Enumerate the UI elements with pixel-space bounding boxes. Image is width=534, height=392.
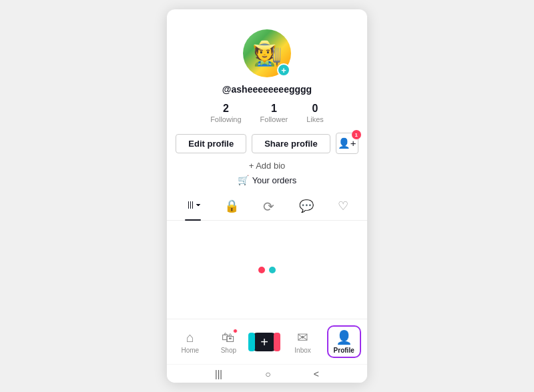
loading-dot-teal <box>269 267 276 273</box>
heart-icon: ♡ <box>338 199 348 213</box>
profile-nav-highlight: 👤 Profile <box>327 325 361 358</box>
likes-label: Likes <box>306 115 324 123</box>
videos-icon: ⫼▾ <box>186 199 200 211</box>
inbox-label: Inbox <box>294 347 310 354</box>
tab-tagged[interactable]: 💬 <box>292 193 320 220</box>
follow-icon: 👤+ <box>338 137 356 149</box>
profile-section: 🧑‍🌾 + @asheeeeeeeegggg 2 Following 1 Fol… <box>167 9 367 319</box>
loading-dot-red <box>258 267 265 273</box>
phone-frame: 🧑‍🌾 + @asheeeeeeeegggg 2 Following 1 Fol… <box>167 9 367 383</box>
likes-stat[interactable]: 0 Likes <box>306 103 324 123</box>
follower-label: Follower <box>260 115 288 123</box>
avatar-emoji: 🧑‍🌾 <box>252 41 282 65</box>
bottom-navigation: ⌂ Home 🛍 Shop + ✉ Inbox 👤 Profile <box>167 319 367 364</box>
content-tabs: ⫼▾ 🔒 ⟳ 💬 ♡ <box>167 193 367 221</box>
shop-notification-dot <box>233 329 238 333</box>
follow-badge: 1 <box>352 130 361 139</box>
tab-repost[interactable]: ⟳ <box>256 193 281 220</box>
nav-home[interactable]: ⌂ Home <box>170 326 211 358</box>
nav-inbox[interactable]: ✉ Inbox <box>282 325 324 358</box>
username: @asheeeeeeeegggg <box>222 84 312 95</box>
avatar-wrapper: 🧑‍🌾 + <box>243 29 291 77</box>
chat-icon: 💬 <box>299 199 314 213</box>
tab-videos[interactable]: ⫼▾ <box>179 193 207 220</box>
home-label: Home <box>181 347 199 354</box>
shop-label: Shop <box>221 347 236 354</box>
add-bio-button[interactable]: + Add bio <box>249 161 286 171</box>
likes-count: 0 <box>312 103 318 115</box>
edit-profile-button[interactable]: Edit profile <box>176 134 246 153</box>
system-home-icon[interactable]: ○ <box>265 369 270 379</box>
lock-icon: 🔒 <box>224 199 239 213</box>
stats-row: 2 Following 1 Follower 0 Likes <box>210 103 324 123</box>
add-button[interactable]: + <box>252 333 276 351</box>
tab-liked[interactable]: ♡ <box>331 193 355 220</box>
profile-nav-label: Profile <box>334 347 354 354</box>
system-menu-icon[interactable]: ||| <box>215 369 222 379</box>
avatar-add-button[interactable]: + <box>277 63 290 77</box>
following-count: 2 <box>223 103 229 115</box>
follower-count: 1 <box>271 103 277 115</box>
nav-shop[interactable]: 🛍 Shop <box>211 330 247 354</box>
home-icon: ⌂ <box>186 330 194 345</box>
following-stat[interactable]: 2 Following <box>210 103 241 123</box>
inbox-icon: ✉ <box>297 329 308 345</box>
your-orders-link[interactable]: 🛒 Your orders <box>238 175 297 185</box>
system-back-icon[interactable]: < <box>314 369 319 379</box>
nav-add[interactable]: + <box>246 333 282 351</box>
plus-icon: + <box>260 335 268 349</box>
your-orders-label: Your orders <box>252 175 297 185</box>
repost-icon: ⟳ <box>263 199 274 215</box>
loading-area <box>258 221 276 319</box>
nav-profile[interactable]: 👤 Profile <box>323 321 364 362</box>
follower-stat[interactable]: 1 Follower <box>260 103 288 123</box>
share-profile-button[interactable]: Share profile <box>252 134 330 153</box>
follow-button[interactable]: 👤+ 1 <box>336 133 358 154</box>
profile-nav-icon: 👤 <box>336 329 352 345</box>
cart-icon: 🛒 <box>238 175 249 185</box>
system-bar: ||| ○ < <box>167 364 367 383</box>
following-label: Following <box>210 115 241 123</box>
tab-private[interactable]: 🔒 <box>218 193 246 220</box>
action-buttons-row: Edit profile Share profile 👤+ 1 <box>176 133 358 154</box>
loading-dots <box>258 267 276 273</box>
